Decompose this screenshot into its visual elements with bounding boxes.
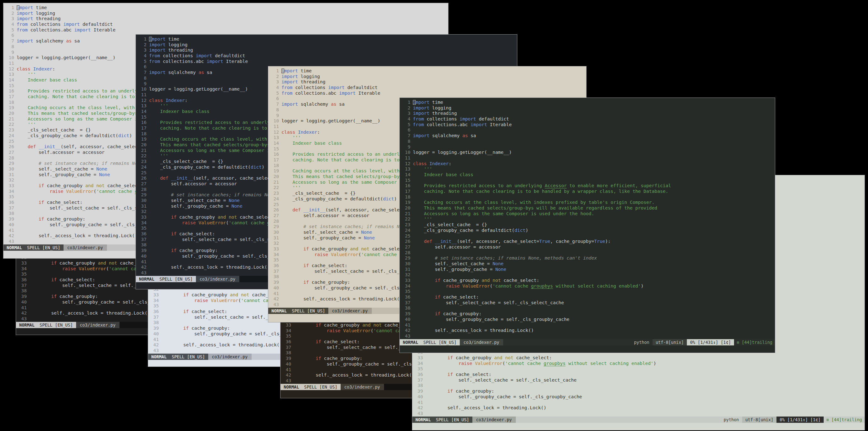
line-number: 18 (136, 131, 147, 137)
line-number: 27 (3, 150, 14, 155)
code-token: cache_groupby (189, 292, 230, 297)
code-token: None (364, 235, 375, 240)
code-token: self._groupby_cache = (149, 204, 231, 209)
code-token (208, 298, 211, 303)
line-number: 10 (268, 118, 279, 124)
code-text: if cache_select: (413, 295, 775, 300)
line-number: 40 (400, 317, 410, 322)
code-token: if (29, 277, 57, 282)
code-token: _cls_groupby_cache = defaultdict( (413, 228, 515, 233)
line-number: 38 (400, 306, 410, 311)
editor-window-w4[interactable]: 1import time2import logging3import threa… (399, 97, 775, 353)
code-token: from (281, 91, 292, 96)
code-text: from collections.abc import Iterable (281, 91, 586, 96)
code-token: cache_groupby: (177, 248, 218, 253)
line-number: 41 (148, 337, 159, 343)
mode-indicator: NORMAL SPELL [EN_US] (400, 339, 460, 345)
spell-indicator: SPELL [EN_US] (167, 354, 205, 359)
line-number: 35 (148, 303, 159, 309)
code-token (370, 322, 373, 328)
code-line: 33 if cache_groupby and not cache_select… (412, 355, 865, 361)
code-line: 1import time (400, 100, 775, 105)
code-line: 30 self._select_cache = None (400, 261, 775, 267)
status-encoding: utf-8[unix] (742, 417, 776, 423)
code-token: threading (33, 16, 60, 21)
code-token: logging (298, 74, 320, 79)
code-token: logger = logging.getLogger(__name__) (413, 150, 512, 155)
code-token: self.accessor = accessor (281, 213, 369, 218)
line-number: 6 (3, 33, 14, 38)
code-token: cache_select: (513, 355, 552, 360)
line-number: 35 (412, 366, 423, 372)
line-number: 14 (400, 172, 410, 178)
code-line: 21 Accessors so long as the same Compose… (400, 211, 775, 217)
status-filename: co3/indexer.py (196, 276, 239, 282)
line-number: 36 (3, 200, 14, 206)
code-token: as (198, 70, 204, 75)
line-number: 24 (3, 133, 14, 139)
status-bar-spacer (503, 339, 631, 345)
line-number: 40 (136, 253, 147, 259)
code-token: self._groupby_cache = (17, 172, 99, 177)
code-token: def (17, 144, 36, 149)
code-token: logging (165, 42, 187, 47)
line-number: 41 (412, 400, 423, 405)
code-text (413, 250, 775, 256)
line-number: 29 (400, 255, 410, 261)
code-text: import threading (413, 111, 775, 116)
line-number: 19 (400, 200, 410, 206)
code-token: collections (424, 116, 460, 121)
code-token: to enable more efficient, superficial (567, 183, 671, 188)
code-text: from collections import defaultdict (281, 85, 586, 91)
code-text (413, 334, 775, 339)
code-token: , cache_groupby= (550, 239, 594, 244)
line-number: 4 (268, 85, 279, 91)
line-number: 3 (136, 48, 147, 53)
line-number: 4 (3, 22, 14, 27)
line-number: 32 (3, 178, 14, 183)
code-token: time (298, 68, 312, 73)
mode-label: NORMAL (403, 340, 418, 345)
code-text: Provides restricted access to an underly… (413, 183, 775, 189)
code-token: cache_groupby: (453, 389, 494, 394)
code-line: 3import threading (3, 16, 448, 22)
code-text: import sqlalchemy as sa (413, 133, 775, 139)
line-number: 37 (148, 315, 159, 320)
code-line: 29 # set instance caches; if remains Non… (400, 255, 775, 261)
code-token: sqlalchemy (33, 38, 66, 43)
trailing-count: [44]trailing (831, 417, 862, 422)
line-number: 35 (3, 194, 14, 200)
code-token: self._access_lock = threading.Lock() (29, 310, 150, 315)
code-token: not (229, 215, 237, 220)
code-line: 12class Indexer: (400, 161, 775, 167)
code-token: if (149, 231, 177, 236)
code-area[interactable]: 1import time2import logging3import threa… (400, 98, 775, 339)
line-number: 37 (281, 345, 291, 350)
code-token: self._access_lock = threading.Lock() (426, 405, 546, 410)
code-token: import (149, 70, 165, 75)
line-number: 38 (148, 320, 159, 326)
mode-indicator: NORMAL SPELL [EN_US] (281, 384, 341, 390)
code-text: import threading (281, 79, 586, 85)
code-token: True (594, 239, 605, 244)
line-number: 37 (400, 300, 410, 306)
cursor (149, 37, 152, 41)
code-token: without select caching enabled' (565, 361, 653, 366)
line-number: 27 (400, 244, 410, 250)
code-token: self._groupby_cache = self._cls_groupby_… (413, 317, 569, 322)
code-token: if (294, 339, 321, 344)
code-text: if cache_groupby: (426, 389, 865, 394)
mode-label: NORMAL (7, 245, 22, 250)
line-number: 25 (3, 139, 14, 145)
code-token: Caching occurs at the class level, with … (413, 200, 654, 205)
line-number: 41 (400, 322, 410, 328)
line-number: 13 (3, 72, 14, 78)
line-number: 35 (268, 257, 279, 263)
code-token: ( (93, 189, 96, 194)
mode-indicator: NORMAL SPELL [EN_US] (148, 353, 208, 360)
menu-icon: ≡ (826, 417, 831, 422)
code-line: 3import threading (400, 111, 775, 116)
line-number: 30 (136, 198, 147, 204)
code-token: import (74, 27, 91, 32)
code-token: raise (194, 298, 208, 303)
